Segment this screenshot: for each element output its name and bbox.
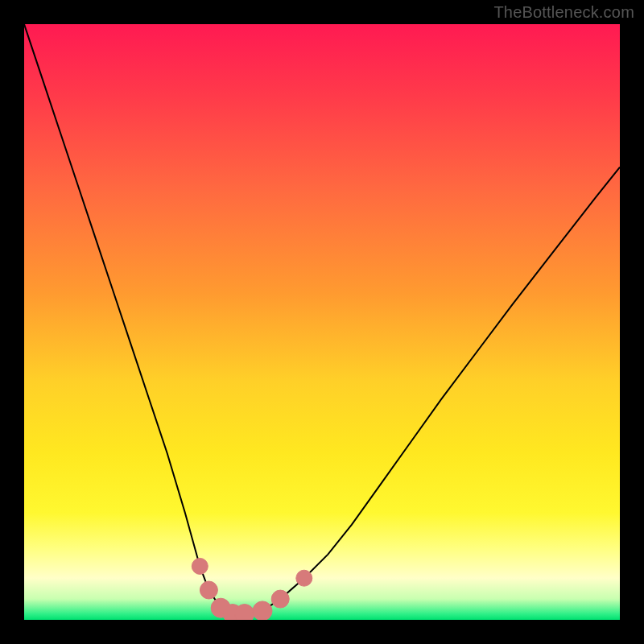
watermark-label: TheBottleneck.com — [493, 3, 634, 22]
marker-dot — [235, 605, 254, 620]
marker-dot — [296, 570, 312, 586]
chart-svg — [24, 24, 620, 620]
plot-area — [24, 24, 620, 620]
chart-frame: TheBottleneck.com — [0, 0, 644, 644]
marker-dot — [192, 558, 208, 574]
marker-dot — [253, 601, 272, 620]
marker-dot — [200, 581, 217, 599]
marker-dot — [271, 590, 289, 608]
gradient-background — [24, 24, 620, 620]
